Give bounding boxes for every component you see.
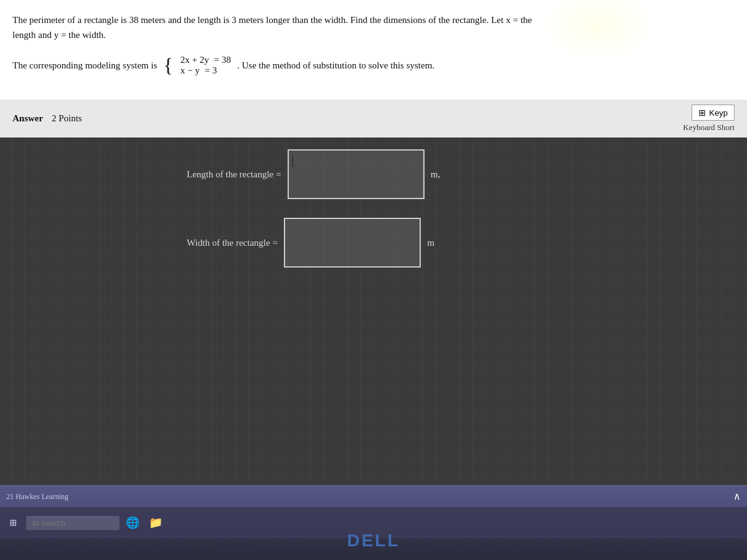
taskbar-top-bar: 21 Hawkes Learning ∧ [0, 485, 747, 507]
keypad-button[interactable]: ⊞ Keyp [692, 105, 735, 121]
width-answer-box[interactable] [284, 218, 421, 268]
brace-symbol: { [163, 55, 172, 75]
browser-icon[interactable]: 🌐 [123, 513, 143, 533]
taskbar: 21 Hawkes Learning ∧ ⊞ 🌐 📁 DELL [0, 485, 747, 560]
eq1: 2x + 2y = 38 [181, 55, 231, 65]
eq2-equals: = 3 [205, 65, 217, 76]
length-answer-box[interactable] [288, 149, 425, 199]
input-area: Length of the rectangle = m, Width of th… [0, 131, 747, 305]
length-cursor [292, 156, 293, 167]
problem-line2: length and y = the width. [12, 27, 728, 42]
problem-text: The perimeter of a rectangle is 38 meter… [12, 12, 728, 42]
length-label: Length of the rectangle = [187, 169, 281, 180]
answer-label-row: Answer 2 Points [12, 113, 82, 124]
folder-icon[interactable]: 📁 [146, 513, 166, 533]
length-unit: m, [431, 169, 440, 180]
width-input-row: Width of the rectangle = m [12, 218, 735, 268]
copyright-text: 21 Hawkes Learning [6, 492, 68, 502]
keypad-area: ⊞ Keyp Keyboard Short [683, 105, 735, 133]
width-label: Width of the rectangle = [187, 238, 278, 248]
eq2: x − y = 3 [181, 65, 231, 76]
eq1-left: 2x + 2y [181, 55, 209, 65]
eq1-equals: = 38 [214, 55, 231, 65]
use-method-text: . Use the method of substitution to solv… [237, 60, 435, 71]
modeling-row: The corresponding modeling system is { 2… [12, 55, 728, 76]
main-content: The perimeter of a rectangle is 38 meter… [0, 0, 747, 485]
grid-icon: ⊞ [698, 108, 706, 118]
length-input-row: Length of the rectangle = m, [12, 149, 735, 199]
modeling-prefix: The corresponding modeling system is [12, 60, 157, 71]
problem-line1: The perimeter of a rectangle is 38 meter… [12, 12, 728, 27]
answer-label: Answer [12, 113, 43, 123]
start-button[interactable]: ⊞ [3, 513, 23, 533]
dell-logo: DELL [347, 531, 400, 551]
width-unit: m [427, 238, 435, 248]
chevron-up-icon[interactable]: ∧ [733, 490, 741, 502]
answer-points: 2 Points [52, 113, 82, 123]
eq2-left: x − y [181, 65, 200, 76]
system-equations: 2x + 2y = 38 x − y = 3 [181, 55, 231, 76]
search-input[interactable] [26, 516, 120, 530]
